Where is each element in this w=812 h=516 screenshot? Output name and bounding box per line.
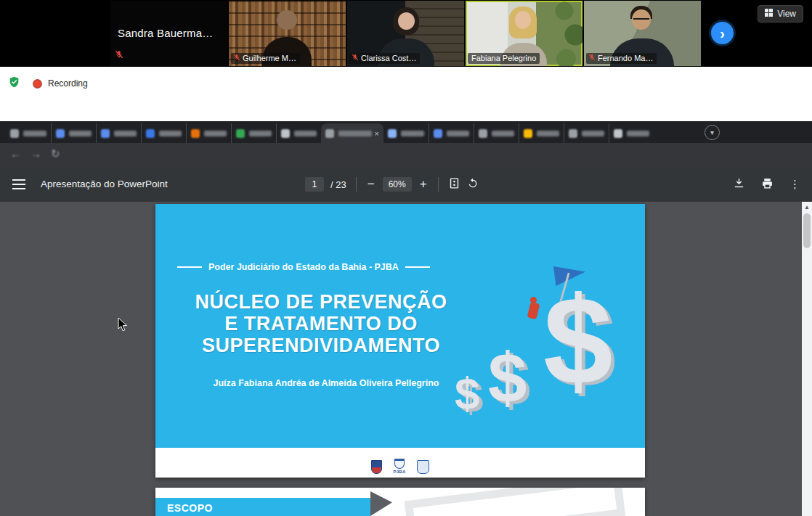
print-icon[interactable] [761, 177, 774, 192]
participant-tile-fernando[interactable]: Fernando Ma… [584, 1, 701, 66]
tab-favicon [281, 129, 290, 138]
participant-tiles: Sandra Bauerma… Guilherme M… [110, 1, 701, 66]
browser-tab[interactable] [231, 123, 276, 143]
recording-label: Recording [48, 78, 88, 89]
slide-2-heading-bar: ESCOPO [155, 498, 370, 516]
participant-video [277, 10, 297, 30]
zoom-level[interactable]: 60% [383, 177, 412, 192]
participant-video [398, 12, 415, 30]
zoom-in-button[interactable]: + [418, 177, 429, 192]
page-count-label: / 23 [330, 179, 346, 190]
tab-title-blurred [492, 131, 514, 136]
tab-favicon [101, 129, 110, 138]
participant-name: Fernando Ma… [598, 54, 653, 62]
document-title: Apresentação do PowerPoint [41, 179, 168, 189]
dollar-sign-small: $ [455, 371, 479, 416]
tab-title-blurred [249, 131, 272, 136]
arrow-banner-graphic [405, 488, 626, 516]
next-page-button[interactable]: › [711, 22, 734, 44]
scroll-up-icon[interactable]: ▲ [802, 202, 812, 212]
mic-muted-icon [588, 54, 596, 62]
rotate-icon[interactable] [467, 178, 479, 192]
slide-author: Juíza Fabiana Andréa de Almeida Oliveira… [177, 378, 475, 388]
tab-favicon [388, 129, 397, 138]
browser-address-row: ← → ↻ ☆ F ⋮ [0, 143, 812, 167]
participant-tile-fabiana[interactable]: Fabiana Pelegrino [466, 1, 582, 66]
reload-icon[interactable]: ↻ [51, 147, 60, 160]
participant-label: Guilherme M… [231, 53, 300, 64]
shield-check-icon [9, 76, 20, 91]
tab-close-icon[interactable]: × [375, 129, 379, 138]
menu-icon[interactable] [12, 179, 25, 192]
browser-tab[interactable] [51, 123, 96, 143]
recording-dot-icon [33, 79, 42, 89]
participant-label: Fernando Ma… [586, 53, 657, 64]
slide-2-heading: ESCOPO [167, 502, 213, 514]
tab-favicon [569, 129, 577, 138]
tab-title-blurred [204, 131, 227, 136]
tab-favicon [56, 129, 65, 138]
mic-muted-icon [233, 54, 240, 62]
scrollbar-thumb[interactable] [803, 213, 811, 248]
chevron-right-icon: › [720, 26, 725, 41]
download-icon[interactable] [733, 177, 745, 192]
slide-1: Poder Judiciário do Estado da Bahia - PJ… [155, 204, 645, 478]
browser-tab[interactable]: × [321, 123, 383, 143]
dollar-sign-medium: $ [488, 343, 527, 413]
tab-favicon [524, 129, 532, 138]
tab-favicon [325, 129, 334, 138]
tab-title-blurred [582, 131, 604, 136]
fit-page-icon[interactable] [448, 177, 460, 192]
browser-tab[interactable] [6, 123, 51, 143]
slide-title: NÚCLEO DE PREVENÇÃO E TRATAMENTO DO SUPE… [161, 291, 481, 357]
participant-name: Fabiana Pelegrino [471, 54, 536, 62]
view-button[interactable]: View [758, 5, 803, 22]
tab-title-blurred [447, 131, 469, 136]
page-number-input[interactable]: 1 [305, 177, 324, 192]
pdf-toolbar: Apresentação do PowerPoint 1 / 23 − 60% … [0, 167, 812, 202]
meeting-strip: Sandra Bauerma… Guilherme M… [0, 0, 812, 67]
participant-label: Clarissa Cost… [349, 53, 420, 64]
bahia-crest-logo [371, 460, 382, 474]
tab-favicon [146, 129, 155, 138]
browser-tab[interactable] [519, 123, 564, 143]
browser-tab[interactable] [474, 123, 519, 143]
divider [438, 177, 439, 192]
glasses [633, 18, 649, 22]
tab-title-blurred [69, 131, 92, 136]
tab-favicon [614, 129, 622, 138]
scrollbar[interactable]: ▲ [802, 202, 812, 516]
browser-tab[interactable] [609, 123, 654, 143]
slide-kicker: Poder Judiciário do Estado da Bahia - PJ… [177, 262, 475, 272]
tab-title-blurred [338, 131, 372, 136]
forward-icon[interactable]: → [31, 147, 41, 160]
zoom-out-button[interactable]: − [366, 177, 376, 192]
fold-arrow-graphic [370, 491, 392, 516]
browser-tab[interactable] [276, 123, 321, 143]
tab-favicon [191, 129, 200, 138]
participant-tile-clarissa[interactable]: Clarissa Cost… [347, 1, 464, 66]
tab-title-blurred [627, 131, 649, 136]
participant-video [515, 11, 531, 29]
divider [356, 177, 357, 192]
browser-tab[interactable] [186, 123, 231, 143]
tab-favicon [10, 129, 19, 138]
participant-name: Sandra Bauerma… [118, 27, 213, 39]
chevron-down-icon: ▾ [710, 128, 714, 136]
participant-tile-sandra[interactable]: Sandra Bauerma… [110, 1, 227, 66]
browser-tab[interactable] [383, 123, 429, 143]
browser-tab[interactable] [96, 123, 141, 143]
browser-tabstrip: × ▾ — □ × [0, 121, 812, 143]
status-row: Recording [9, 76, 88, 91]
slide-1-blue-panel: Poder Judiciário do Estado da Bahia - PJ… [155, 204, 645, 448]
browser-tab[interactable] [564, 123, 609, 143]
browser-tab[interactable] [141, 123, 186, 143]
participant-name: Guilherme M… [243, 54, 296, 62]
tab-search-button[interactable]: ▾ [705, 125, 720, 140]
pdf-more-icon[interactable]: ⋮ [789, 178, 800, 191]
tab-favicon [236, 129, 245, 138]
browser-tab[interactable] [429, 123, 474, 143]
back-icon[interactable]: ← [10, 147, 21, 160]
pdf-content-area: Poder Judiciário do Estado da Bahia - PJ… [0, 202, 812, 516]
participant-tile-guilherme[interactable]: Guilherme M… [229, 1, 346, 66]
